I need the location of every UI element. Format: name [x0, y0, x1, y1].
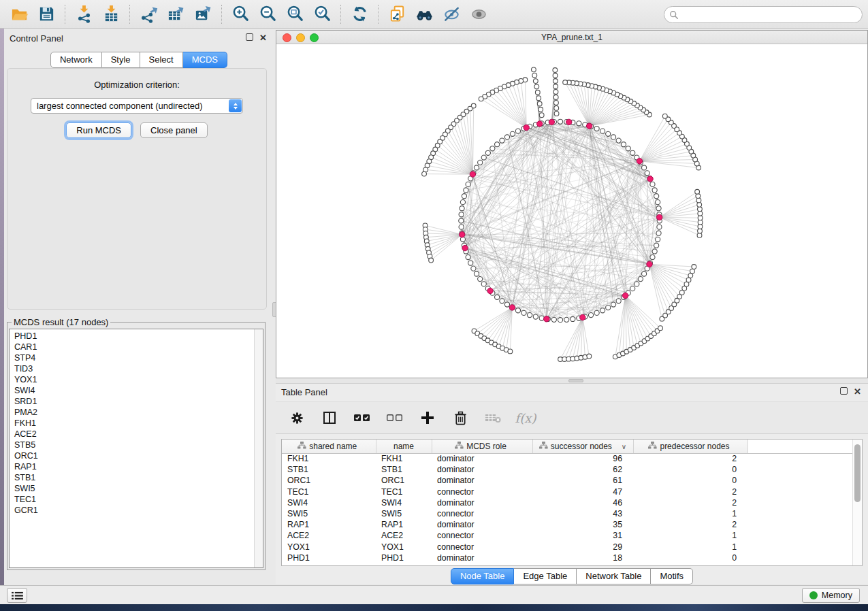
- import-table-icon[interactable]: [97, 3, 125, 26]
- show-columns-icon[interactable]: [321, 409, 338, 427]
- graph-node[interactable]: [577, 121, 581, 126]
- mcds-result-item[interactable]: TID3: [14, 363, 263, 374]
- graph-node[interactable]: [688, 274, 693, 278]
- graph-node[interactable]: [466, 182, 470, 186]
- graph-node[interactable]: [539, 107, 543, 112]
- mcds-result-item[interactable]: PMA2: [14, 407, 263, 418]
- graph-node[interactable]: [662, 114, 667, 118]
- mcds-result-item[interactable]: ACE2: [14, 429, 263, 440]
- graph-node[interactable]: [611, 135, 615, 139]
- graph-node[interactable]: [521, 310, 526, 315]
- graph-node[interactable]: [684, 282, 689, 286]
- graph-dominator-node[interactable]: [637, 159, 642, 164]
- graph-node[interactable]: [650, 182, 655, 186]
- graph-dominator-node[interactable]: [647, 176, 653, 182]
- graph-node[interactable]: [504, 135, 509, 139]
- tab-select[interactable]: Select: [140, 52, 183, 68]
- graph-node[interactable]: [630, 286, 635, 291]
- splitter-grip[interactable]: [568, 379, 583, 382]
- graph-node[interactable]: [587, 354, 592, 359]
- graph-node[interactable]: [656, 237, 660, 242]
- graph-node[interactable]: [536, 96, 541, 101]
- graph-node[interactable]: [553, 68, 558, 73]
- mcds-result-item[interactable]: SWI5: [14, 483, 263, 494]
- graph-dominator-node[interactable]: [470, 171, 475, 177]
- show-graphics-details-icon[interactable]: [465, 3, 492, 26]
- graph-node[interactable]: [534, 84, 539, 89]
- graph-node[interactable]: [510, 131, 515, 136]
- graph-node[interactable]: [650, 254, 655, 259]
- graph-node[interactable]: [551, 317, 556, 322]
- table-row[interactable]: ACE2ACE2connector311: [282, 530, 852, 541]
- mcds-result-item[interactable]: SRD1: [14, 396, 263, 407]
- tab-network[interactable]: Network: [50, 52, 102, 68]
- mcds-result-item[interactable]: GCR1: [14, 505, 263, 516]
- graph-node[interactable]: [553, 79, 558, 84]
- table-row[interactable]: SWI5SWI5connector431: [282, 508, 852, 519]
- graph-node[interactable]: [697, 233, 702, 238]
- graph-node[interactable]: [533, 79, 538, 84]
- export-table-icon[interactable]: [162, 3, 189, 26]
- graph-dominator-node[interactable]: [509, 305, 515, 310]
- graph-node[interactable]: [695, 189, 700, 194]
- graph-node[interactable]: [495, 295, 500, 299]
- graph-node[interactable]: [645, 171, 649, 176]
- mcds-result-item[interactable]: ORC1: [14, 450, 263, 461]
- network-canvas[interactable]: [276, 44, 867, 378]
- delete-column-icon[interactable]: [451, 409, 469, 427]
- graph-node[interactable]: [554, 101, 559, 105]
- zoom-out-icon[interactable]: [254, 3, 281, 26]
- mcds-result-item[interactable]: FKH1: [14, 418, 263, 429]
- graph-node[interactable]: [490, 146, 495, 151]
- export-image-icon[interactable]: [189, 3, 216, 26]
- graph-node[interactable]: [616, 299, 621, 303]
- graph-node[interactable]: [462, 194, 466, 199]
- graph-node[interactable]: [654, 194, 659, 199]
- export-network-icon[interactable]: [135, 3, 162, 26]
- graph-node[interactable]: [696, 194, 701, 199]
- mcds-result-item[interactable]: TEC1: [14, 494, 263, 505]
- mcds-result-item[interactable]: YOX1: [14, 374, 263, 385]
- close-panel-icon[interactable]: ✕: [854, 387, 861, 396]
- tab-edge-table[interactable]: Edge Table: [514, 568, 577, 584]
- graph-node[interactable]: [479, 97, 483, 101]
- tab-mcds[interactable]: MCDS: [183, 52, 227, 68]
- optimization-criterion-select[interactable]: largest connected component (undirected): [31, 98, 243, 114]
- graph-node[interactable]: [533, 314, 538, 319]
- save-icon[interactable]: [33, 3, 60, 26]
- graph-node[interactable]: [611, 302, 615, 307]
- graph-node[interactable]: [658, 326, 663, 331]
- mcds-result-item[interactable]: SWI4: [14, 385, 263, 396]
- graph-node[interactable]: [537, 101, 542, 106]
- float-panel-icon[interactable]: [840, 387, 848, 395]
- graph-node[interactable]: [466, 254, 470, 259]
- graph-node[interactable]: [460, 237, 465, 242]
- graph-node[interactable]: [535, 90, 540, 95]
- graph-node[interactable]: [698, 229, 703, 233]
- graph-node[interactable]: [500, 138, 504, 143]
- graph-dominator-node[interactable]: [586, 123, 592, 129]
- graph-node[interactable]: [652, 249, 657, 254]
- graph-node[interactable]: [626, 146, 630, 151]
- graph-node[interactable]: [634, 282, 639, 286]
- graph-node[interactable]: [606, 131, 611, 136]
- deselect-all-checkboxes-icon[interactable]: [386, 409, 404, 427]
- mcds-result-list[interactable]: PHD1CAR1STP4TID3YOX1SWI4SRD1PMA2FKH1ACE2…: [9, 329, 263, 568]
- close-panel-button[interactable]: Close panel: [140, 122, 208, 138]
- graph-node[interactable]: [594, 126, 599, 131]
- zoom-selected-icon[interactable]: [308, 3, 336, 26]
- table-row[interactable]: PHD1PHD1dominator180: [282, 552, 852, 563]
- tab-node-table[interactable]: Node Table: [451, 568, 515, 584]
- network-overview-icon[interactable]: [411, 3, 438, 26]
- graph-node[interactable]: [422, 171, 427, 176]
- graph-node[interactable]: [539, 316, 544, 320]
- graph-dominator-node[interactable]: [544, 316, 549, 322]
- graph-node[interactable]: [621, 142, 626, 147]
- graph-node[interactable]: [696, 198, 701, 203]
- graph-node[interactable]: [588, 312, 593, 317]
- graph-node[interactable]: [657, 225, 662, 229]
- graph-dominator-node[interactable]: [460, 232, 465, 237]
- zoom-in-icon[interactable]: [227, 3, 254, 26]
- graph-node[interactable]: [656, 231, 661, 235]
- tab-network-table[interactable]: Network Table: [577, 568, 651, 584]
